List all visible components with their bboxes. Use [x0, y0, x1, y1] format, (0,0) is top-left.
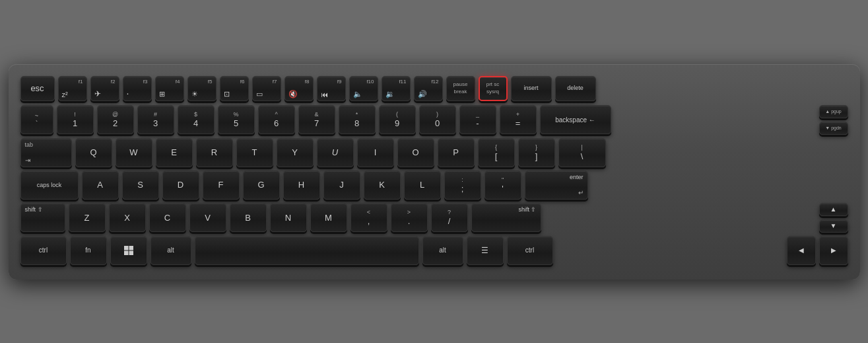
key-f[interactable]: F — [203, 171, 240, 200]
key-tab[interactable]: tab ⇥ — [20, 138, 72, 167]
key-backslash[interactable]: | \ — [558, 138, 606, 167]
key-c[interactable]: C — [149, 203, 186, 232]
key-f5[interactable]: f5 ☀ — [187, 76, 217, 101]
key-fn[interactable]: fn — [70, 236, 107, 265]
key-f9[interactable]: f9 ⏮ — [317, 76, 346, 101]
key-h[interactable]: H — [283, 171, 320, 200]
key-esc[interactable]: esc — [20, 76, 55, 101]
key-8[interactable]: * 8 — [339, 105, 376, 134]
key-u[interactable]: U — [317, 138, 354, 167]
key-2[interactable]: @ 2 — [97, 105, 134, 134]
key-backspace[interactable]: backspace ← — [540, 105, 611, 134]
key-6[interactable]: ^ 6 — [258, 105, 295, 134]
key-4[interactable]: $ 4 — [178, 105, 215, 134]
key-capslock[interactable]: caps lock — [20, 171, 79, 200]
key-f3[interactable]: f3 · — [123, 76, 152, 101]
asdf-row: caps lock A S D F G H J K L : ; " ' — [20, 171, 816, 200]
left-right-arrows: ◀ ▶ — [787, 236, 848, 265]
key-space[interactable] — [195, 236, 419, 265]
key-insert[interactable]: insert — [511, 76, 552, 101]
key-comma[interactable]: < , — [351, 203, 387, 232]
key-p[interactable]: P — [438, 138, 475, 167]
key-ctrl-right[interactable]: ctrl — [507, 236, 553, 265]
home-filler — [819, 138, 848, 167]
key-prtsc-sysrq[interactable]: prt scsysrq — [479, 76, 508, 101]
key-i[interactable]: I — [357, 138, 394, 167]
key-m[interactable]: M — [310, 203, 347, 232]
num-row: ~ ` ! 1 @ 2 # 3 — [20, 105, 816, 134]
key-windows[interactable] — [110, 236, 147, 265]
key-r[interactable]: R — [196, 138, 233, 167]
qwerty-row-section: tab ⇥ Q W E R T Y U I O P { [ } — [20, 138, 848, 167]
key-w[interactable]: W — [116, 138, 152, 167]
key-x[interactable]: X — [109, 203, 146, 232]
asdf-row-section: caps lock A S D F G H J K L : ; " ' — [20, 171, 848, 200]
key-quote[interactable]: " ' — [484, 171, 521, 200]
key-alt-right[interactable]: alt — [422, 236, 463, 265]
key-backtick[interactable]: ~ ` — [20, 105, 53, 134]
key-g[interactable]: G — [243, 171, 280, 200]
svg-rect-1 — [129, 246, 133, 250]
key-d[interactable]: D — [162, 171, 199, 200]
key-b[interactable]: B — [230, 203, 267, 232]
key-f4[interactable]: f4 ⊞ — [155, 76, 184, 101]
svg-rect-0 — [124, 246, 129, 250]
key-shift-left[interactable]: shift ⇧ — [20, 203, 65, 232]
key-1[interactable]: ! 1 — [57, 105, 94, 134]
key-v[interactable]: V — [189, 203, 226, 232]
zxcv-row-section: shift ⇧ Z X C V B N M < , > . — [20, 203, 848, 233]
key-f7[interactable]: f7 ▭ — [252, 76, 281, 101]
key-period[interactable]: > . — [391, 203, 428, 232]
key-semicolon[interactable]: : ; — [444, 171, 481, 200]
key-9[interactable]: ( 9 — [379, 105, 416, 134]
key-slash[interactable]: ? / — [431, 203, 468, 232]
key-n[interactable]: N — [270, 203, 307, 232]
key-f12[interactable]: f12 🔊 — [414, 76, 443, 101]
key-y[interactable]: Y — [277, 138, 314, 167]
zxcv-row: shift ⇧ Z X C V B N M < , > . — [20, 203, 816, 232]
key-s[interactable]: S — [122, 171, 159, 200]
key-e[interactable]: E — [156, 138, 193, 167]
key-o[interactable]: O — [397, 138, 434, 167]
key-pgup[interactable]: ▲ pgup — [819, 105, 848, 118]
bottom-row: ctrl fn alt alt ☰ ctrl — [20, 236, 784, 265]
key-delete[interactable]: delete — [555, 76, 596, 101]
key-f8[interactable]: f8 🔇 — [284, 76, 314, 101]
key-f10[interactable]: f10 🔈 — [349, 76, 378, 101]
key-down[interactable]: ▼ — [819, 219, 848, 233]
key-j[interactable]: J — [323, 171, 360, 200]
key-left[interactable]: ◀ — [787, 236, 816, 265]
key-equals[interactable]: + = — [500, 105, 537, 134]
key-f6[interactable]: f6 ⊡ — [220, 76, 249, 101]
key-a[interactable]: A — [82, 171, 119, 200]
qwerty-row: tab ⇥ Q W E R T Y U I O P { [ } — [20, 138, 816, 167]
key-shift-right[interactable]: shift ⇧ — [471, 203, 541, 232]
up-arrow-group: ▲ ▼ — [819, 203, 848, 233]
key-z[interactable]: Z — [69, 203, 106, 232]
key-menu[interactable]: ☰ — [467, 236, 504, 265]
key-right[interactable]: ▶ — [819, 236, 848, 265]
key-pgdn[interactable]: ▼ pgdn — [819, 122, 848, 135]
key-3[interactable]: # 3 — [137, 105, 174, 134]
key-lbracket[interactable]: { [ — [478, 138, 515, 167]
key-7[interactable]: & 7 — [298, 105, 335, 134]
key-f2[interactable]: f2 ✈ — [90, 76, 119, 101]
key-pause-break[interactable]: pausebreak — [446, 76, 475, 101]
key-k[interactable]: K — [364, 171, 401, 200]
key-enter[interactable]: enter ↵ — [525, 171, 588, 200]
key-l[interactable]: L — [404, 171, 441, 200]
key-alt-left[interactable]: alt — [150, 236, 191, 265]
key-minus[interactable]: _ - — [459, 105, 496, 134]
key-5[interactable]: % 5 — [218, 105, 255, 134]
pgup-pgdn-group: ▲ pgup ▼ pgdn — [819, 105, 848, 135]
key-0[interactable]: ) 0 — [419, 105, 456, 134]
key-f11[interactable]: f11 🔉 — [382, 76, 411, 101]
key-q[interactable]: Q — [75, 138, 112, 167]
key-f1[interactable]: f1 z² — [58, 76, 87, 101]
key-up[interactable]: ▲ — [819, 203, 848, 216]
key-rbracket[interactable]: } ] — [518, 138, 555, 167]
keyboard: esc f1 z² f2 ✈ f3 · f4 ⊞ — [9, 64, 860, 280]
num-row-section: ~ ` ! 1 @ 2 # 3 — [20, 105, 848, 135]
key-ctrl-left[interactable]: ctrl — [20, 236, 67, 265]
key-t[interactable]: T — [236, 138, 273, 167]
